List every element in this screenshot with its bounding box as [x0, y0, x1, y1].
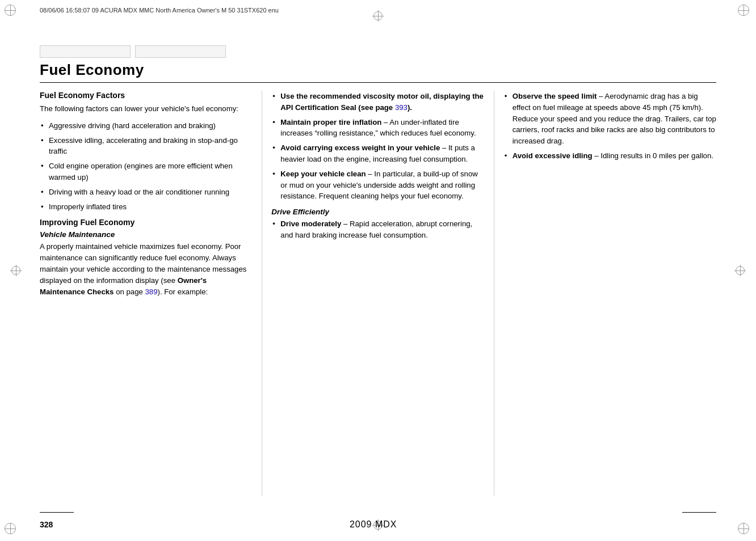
col1-subsection-heading: Vehicle Maintenance — [40, 230, 253, 239]
list-item: Cold engine operation (engines are more … — [40, 160, 253, 183]
col2-subsection-heading: Drive Efficiently — [271, 208, 484, 216]
footer-rule-left — [40, 512, 74, 513]
model-year: 2009 MDX — [350, 519, 397, 530]
col1-intro: The following factors can lower your veh… — [40, 103, 253, 115]
title-rule — [40, 82, 716, 83]
metadata-text: 08/06/06 16:58:07 09 ACURA MDX MMC North… — [40, 7, 279, 14]
tab-box-1 — [40, 45, 131, 58]
list-item: Maintain proper tire inflation – An unde… — [271, 117, 484, 140]
drive-bold-1: Drive moderately — [280, 219, 341, 228]
page-title: Fuel Economy — [40, 61, 716, 79]
page-number: 328 — [40, 520, 53, 529]
list-item: Avoid carrying excess weight in your veh… — [271, 142, 484, 165]
column-2: Use the recommended viscosity motor oil,… — [262, 91, 494, 496]
crop-mark-bl — [5, 523, 18, 536]
col3-bold-2: Avoid excessive idling — [513, 151, 593, 160]
col2-bullet-list: Use the recommended viscosity motor oil,… — [271, 91, 484, 202]
content-area: Fuel Economy Factors The following facto… — [40, 91, 716, 496]
list-item: Driving with a heavy load or the air con… — [40, 187, 253, 198]
cross-left — [10, 265, 22, 276]
column-3: Observe the speed limit – Aerodynamic dr… — [494, 91, 716, 496]
page-footer: 328 2009 MDX — [40, 519, 716, 530]
col2-drive-list: Drive moderately – Rapid acceleration, a… — [271, 218, 484, 241]
footer-rule-right — [682, 512, 716, 513]
col3-bold-1: Observe the speed limit — [513, 92, 597, 100]
cross-right — [734, 265, 746, 276]
tab-boxes — [40, 45, 716, 58]
page-header: Fuel Economy — [40, 45, 716, 83]
crop-mark-tl — [5, 5, 18, 18]
col1-body-text3: ). For example: — [157, 288, 208, 296]
col1-heading: Fuel Economy Factors — [40, 91, 253, 100]
crop-mark-tr — [738, 5, 751, 18]
tab-box-2 — [135, 45, 226, 58]
list-item: Observe the speed limit – Aerodynamic dr… — [503, 91, 716, 147]
col1-body-text1: A properly maintained vehicle maximizes … — [40, 242, 246, 284]
col1-body-text2: on page — [114, 288, 145, 296]
metadata-bar: 08/06/06 16:58:07 09 ACURA MDX MMC North… — [40, 7, 716, 14]
list-item: Avoid excessive idling – Idling results … — [503, 150, 716, 162]
col1-subsection-body: A properly maintained vehicle maximizes … — [40, 241, 253, 297]
bullet-bold-3: Avoid carrying excess weight in your veh… — [280, 143, 440, 152]
col3-rest-2: – Idling results in 0 miles per gallon. — [593, 151, 713, 160]
bullet-bold-1-end: ). — [408, 103, 412, 112]
bullet-bold-4: Keep your vehicle clean — [280, 170, 366, 178]
list-item: Aggressive driving (hard acceleration an… — [40, 120, 253, 132]
crop-mark-br — [738, 523, 751, 536]
list-item: Use the recommended viscosity motor oil,… — [271, 91, 484, 113]
col1-bullet-list: Aggressive driving (hard acceleration an… — [40, 120, 253, 213]
list-item: Excessive idling, accelerating and braki… — [40, 135, 253, 158]
col1-page-link[interactable]: 389 — [145, 288, 157, 296]
col3-bullet-list: Observe the speed limit – Aerodynamic dr… — [503, 91, 716, 162]
col1-section2-heading: Improving Fuel Economy — [40, 218, 253, 227]
column-1: Fuel Economy Factors The following facto… — [40, 91, 262, 496]
bullet-bold-2: Maintain proper tire inflation — [280, 118, 381, 126]
col2-link-393[interactable]: 393 — [395, 103, 408, 112]
bullet-bold-1: Use the recommended viscosity motor oil,… — [280, 92, 484, 112]
list-item: Keep your vehicle clean – In particular,… — [271, 168, 484, 202]
list-item: Improperly inflated tires — [40, 201, 253, 213]
list-item: Drive moderately – Rapid acceleration, a… — [271, 218, 484, 241]
